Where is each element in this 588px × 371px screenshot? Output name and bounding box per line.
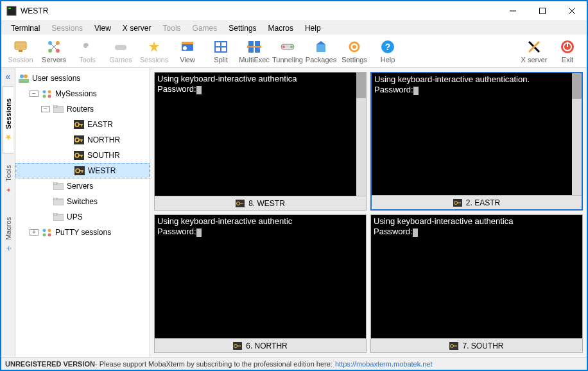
terminal-tab-label[interactable]: 8. WESTR <box>155 196 366 210</box>
svg-point-73 <box>43 234 46 237</box>
power-icon <box>560 39 575 55</box>
terminal-pane-northr[interactable]: Using keyboard-interactive authentic Pas… <box>154 214 367 353</box>
key-icon <box>73 119 85 130</box>
expand-icon[interactable]: + <box>30 229 39 236</box>
terminal-grid: Using keyboard-interactive authentica Pa… <box>150 68 587 357</box>
menu-games[interactable]: Games <box>187 22 223 34</box>
svg-point-43 <box>43 91 46 94</box>
toolbar-servers[interactable]: Servers <box>37 36 71 67</box>
svg-point-32 <box>352 45 356 49</box>
menu-view[interactable]: View <box>89 22 117 34</box>
svg-rect-68 <box>53 198 57 200</box>
cursor-icon <box>196 229 202 237</box>
svg-rect-29 <box>316 44 325 52</box>
toolbar-settings[interactable]: Settings <box>338 36 371 67</box>
svg-rect-25 <box>255 47 260 53</box>
maximize-button[interactable] <box>528 1 557 21</box>
xserver-icon <box>526 39 542 55</box>
terminal-pane-eastr[interactable]: Using keyboard-interactive authenticatio… <box>370 72 583 211</box>
terminal-tab-label[interactable]: 7. SOUTHR <box>371 338 582 352</box>
tree-session-southr[interactable]: SOUTHR <box>15 148 150 163</box>
collapse-icon[interactable]: − <box>41 106 50 112</box>
upgrade-link[interactable]: https://mobaxterm.mobatek.net <box>335 360 433 368</box>
toolbar-xserver[interactable]: X server <box>517 36 551 67</box>
view-icon <box>180 39 195 55</box>
tree-session-northr[interactable]: NORTHR <box>15 132 150 148</box>
multiexec-icon <box>246 39 262 55</box>
svg-rect-23 <box>255 41 260 46</box>
svg-marker-15 <box>148 41 160 52</box>
terminal-output[interactable]: Using keyboard-interactive authentic Pas… <box>155 215 366 338</box>
sidetab-sessions[interactable]: ★Sessions <box>3 86 13 153</box>
tree-session-westr[interactable]: WESTR <box>15 163 150 178</box>
toolbar-session[interactable]: Session <box>4 36 37 67</box>
svg-point-72 <box>48 229 51 232</box>
toolbar-games[interactable]: Games <box>104 36 137 67</box>
terminal-output[interactable]: Using keyboard-interactive authenticatio… <box>372 73 582 195</box>
scrollbar[interactable] <box>356 73 366 196</box>
svg-rect-48 <box>53 105 57 107</box>
sessions-icon <box>41 227 53 237</box>
terminal-output[interactable]: Using keyboard-interactive authentica Pa… <box>155 73 366 196</box>
key-icon <box>73 135 85 145</box>
tree-ups[interactable]: UPS <box>15 209 150 225</box>
toolbar-split[interactable]: Split <box>204 36 238 67</box>
sidetab-tools[interactable]: ✦Tools <box>3 153 13 205</box>
svg-point-41 <box>24 74 28 78</box>
wrench-icon <box>80 39 95 55</box>
gamepad-icon <box>113 39 128 55</box>
sidetab-macros[interactable]: ✈Macros <box>3 205 13 264</box>
cursor-icon <box>196 86 202 94</box>
toolbar-tunneling[interactable]: Tunneling <box>271 36 304 67</box>
svg-rect-22 <box>248 41 254 46</box>
menu-sessions[interactable]: Sessions <box>46 22 89 34</box>
svg-rect-3 <box>540 8 546 14</box>
session-tree[interactable]: User sessions − MySessions − Routers EAS… <box>15 68 150 357</box>
folder-icon <box>53 196 64 207</box>
menu-help[interactable]: Help <box>299 22 327 34</box>
svg-point-18 <box>183 46 187 50</box>
menu-tools[interactable]: Tools <box>157 22 187 34</box>
scrollbar[interactable] <box>572 73 582 195</box>
tree-routers[interactable]: − Routers <box>15 101 150 117</box>
svg-point-71 <box>43 229 46 232</box>
svg-marker-30 <box>316 41 325 44</box>
star-icon <box>146 39 162 55</box>
toolbar-packages[interactable]: Packages <box>304 36 338 67</box>
terminal-output[interactable]: Using keyboard-interactive authentica Pa… <box>371 215 582 338</box>
terminal-pane-southr[interactable]: Using keyboard-interactive authentica Pa… <box>370 214 583 353</box>
tree-putty-sessions[interactable]: + PuTTY sessions <box>15 225 150 240</box>
svg-point-27 <box>282 46 285 48</box>
toolbar-sessions[interactable]: Sessions <box>137 36 171 67</box>
statusbar: UNREGISTERED VERSION - Please support Mo… <box>1 357 587 370</box>
tree-mysessions[interactable]: − MySessions <box>15 86 150 101</box>
menu-terminal[interactable]: Terminal <box>5 22 46 34</box>
terminal-tab-label[interactable]: 2. EASTR <box>372 195 582 209</box>
collapse-sidebar-button[interactable]: « <box>6 71 11 82</box>
svg-rect-24 <box>248 47 254 53</box>
terminal-tab-label[interactable]: 6. NORTHR <box>155 338 366 352</box>
tree-servers[interactable]: Servers <box>15 178 150 194</box>
toolbar-tools[interactable]: Tools <box>71 36 104 67</box>
minimize-button[interactable] <box>498 1 528 21</box>
toolbar-view[interactable]: View <box>171 36 204 67</box>
app-icon <box>6 6 17 16</box>
tree-user-sessions[interactable]: User sessions <box>15 71 150 86</box>
gear-icon <box>347 39 362 55</box>
star-icon: ★ <box>5 133 12 141</box>
svg-rect-17 <box>182 42 193 44</box>
menu-settings[interactable]: Settings <box>223 22 262 34</box>
svg-point-40 <box>20 74 24 78</box>
menu-macros[interactable]: Macros <box>263 22 299 34</box>
close-button[interactable] <box>557 1 587 21</box>
toolbar-exit[interactable]: Exit <box>551 36 584 67</box>
toolbar-help[interactable]: ?Help <box>371 36 404 67</box>
collapse-icon[interactable]: − <box>30 91 39 97</box>
send-icon: ✈ <box>5 244 11 252</box>
tree-session-eastr[interactable]: EASTR <box>15 117 150 132</box>
tree-switches[interactable]: Switches <box>15 194 150 209</box>
menu-xserver[interactable]: X server <box>117 22 157 34</box>
terminal-pane-westr[interactable]: Using keyboard-interactive authentica Pa… <box>154 72 367 211</box>
wrench-icon: ✦ <box>5 186 11 194</box>
toolbar-multiexec[interactable]: MultiExec <box>238 36 271 67</box>
